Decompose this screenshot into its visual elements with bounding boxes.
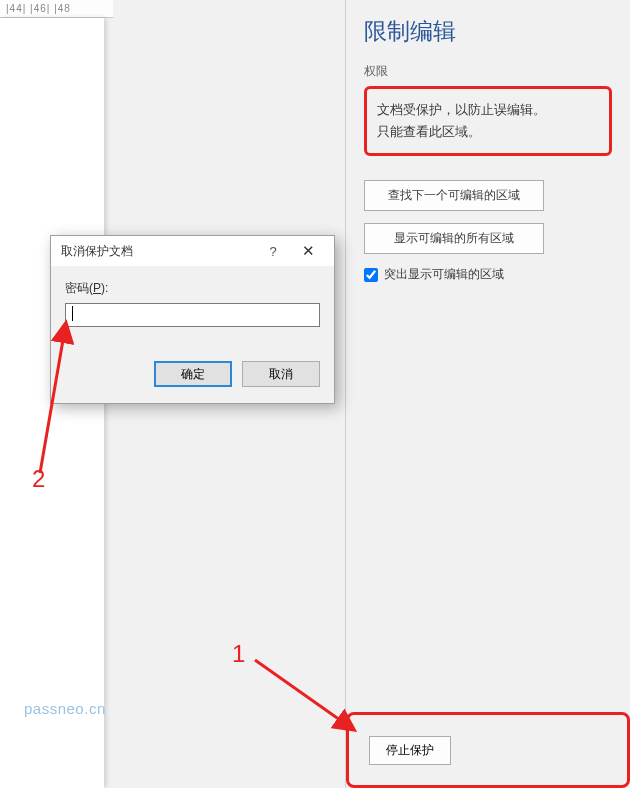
close-icon[interactable]: ✕: [288, 242, 328, 260]
highlight-editable-checkbox[interactable]: [364, 268, 378, 282]
ok-button[interactable]: 确定: [154, 361, 232, 387]
help-icon[interactable]: ?: [258, 244, 288, 259]
restrict-editing-pane: 限制编辑 权限 文档受保护，以防止误编辑。 只能查看此区域。 查找下一个可编辑的…: [345, 0, 630, 788]
watermark: passneo.cn: [24, 700, 106, 717]
checkbox-label: 突出显示可编辑的区域: [384, 266, 504, 283]
info-line: 文档受保护，以防止误编辑。: [377, 99, 599, 121]
show-all-editable-button[interactable]: 显示可编辑的所有区域: [364, 223, 544, 254]
ruler: |44| |46| |48: [0, 0, 113, 18]
dialog-body: 密码(P): 确定 取消: [51, 266, 334, 403]
dialog-button-row: 确定 取消: [65, 361, 320, 387]
cancel-button[interactable]: 取消: [242, 361, 320, 387]
pane-title: 限制编辑: [364, 16, 612, 47]
dialog-title: 取消保护文档: [61, 243, 258, 260]
find-next-editable-button[interactable]: 查找下一个可编辑的区域: [364, 180, 544, 211]
annotation-label-2: 2: [32, 465, 45, 493]
password-label: 密码(P):: [65, 280, 320, 297]
permissions-label: 权限: [364, 63, 612, 80]
stop-protection-button[interactable]: 停止保护: [369, 736, 451, 765]
svg-line-1: [255, 660, 340, 720]
dialog-titlebar[interactable]: 取消保护文档 ? ✕: [51, 236, 334, 266]
stop-protection-highlight-box: 停止保护: [346, 712, 630, 788]
info-line: 只能查看此区域。: [377, 121, 599, 143]
password-input[interactable]: [65, 303, 320, 327]
highlight-editable-checkbox-row[interactable]: 突出显示可编辑的区域: [364, 266, 612, 283]
text-cursor-icon: [72, 306, 73, 321]
annotation-label-1: 1: [232, 640, 245, 668]
unprotect-document-dialog: 取消保护文档 ? ✕ 密码(P): 确定 取消: [50, 235, 335, 404]
protection-info-box: 文档受保护，以防止误编辑。 只能查看此区域。: [364, 86, 612, 156]
